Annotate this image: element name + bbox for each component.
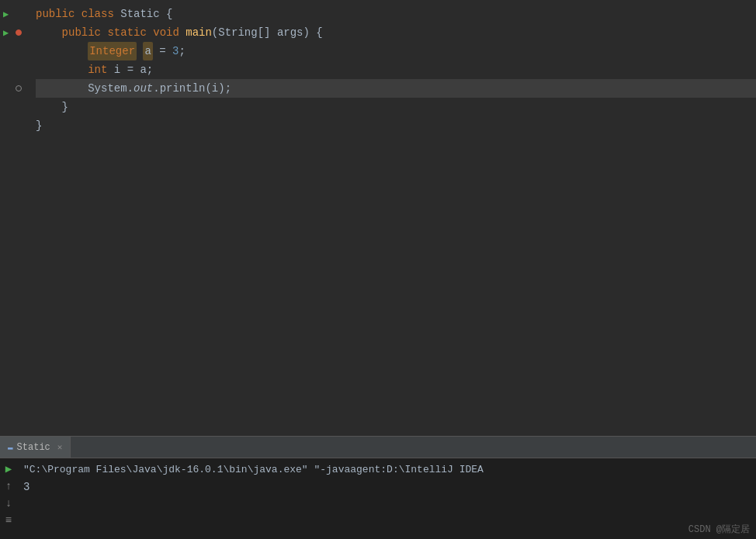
paren-open: ( bbox=[212, 23, 218, 42]
code-content: public class Static { public static void… bbox=[29, 0, 756, 436]
console-area: ▶ ↑ ↓ ≡ "C:\Program Files\Java\jdk-16.0.… bbox=[0, 458, 756, 539]
semi-3: ; bbox=[179, 42, 185, 60]
gutter-row-7 bbox=[0, 116, 29, 135]
editor-area: ▶ ▶ public class Static { public static … bbox=[0, 0, 756, 436]
brace-open-1: { bbox=[160, 5, 173, 23]
code-line-3: Integer a = 3; bbox=[36, 42, 756, 60]
space-3 bbox=[137, 42, 143, 60]
array-bracket: [] bbox=[258, 23, 271, 42]
indent-2 bbox=[36, 23, 62, 42]
gutter-row-1: ▶ bbox=[0, 5, 29, 23]
code-line-1: public class Static { bbox=[36, 5, 756, 23]
console-controls: ▶ ↑ ↓ ≡ bbox=[0, 458, 17, 539]
tab-icon: ▬ bbox=[8, 443, 13, 452]
var-i: i = a; bbox=[107, 60, 153, 79]
tab-label: Static bbox=[17, 442, 50, 453]
keyword-int: int bbox=[88, 60, 107, 79]
literal-3: 3 bbox=[172, 42, 179, 60]
console-run-btn[interactable]: ▶ bbox=[5, 461, 12, 477]
console-output-text: 3 bbox=[23, 481, 29, 493]
code-line-7: } bbox=[36, 116, 756, 135]
gutter-row-3 bbox=[0, 42, 29, 60]
watermark-text: CSDN @隔定居 bbox=[688, 524, 750, 535]
code-line-2: public static void main(String[] args) { bbox=[36, 23, 756, 42]
console-content: "C:\Program Files\Java\jdk-16.0.1\bin\ja… bbox=[17, 458, 756, 499]
code-line-6: } bbox=[36, 98, 756, 116]
console-inner: "C:\Program Files\Java\jdk-16.0.1\bin\ja… bbox=[17, 458, 756, 499]
gutter-row-2: ▶ bbox=[0, 23, 29, 42]
console-output-line: 3 bbox=[23, 479, 750, 496]
keyword-class: class bbox=[81, 5, 120, 23]
tab-bar: ▬ Static ✕ bbox=[0, 436, 756, 458]
brace-close-inner: } bbox=[36, 98, 68, 116]
keyword-void: void bbox=[153, 23, 186, 42]
console-command-text: "C:\Program Files\Java\jdk-16.0.1\bin\ja… bbox=[23, 464, 484, 475]
type-integer: Integer bbox=[88, 42, 137, 60]
assign-3: = bbox=[153, 42, 172, 60]
indent-4 bbox=[36, 60, 88, 79]
keyword-public-1: public bbox=[36, 5, 81, 23]
gutter: ▶ ▶ bbox=[0, 0, 29, 436]
var-a: a bbox=[143, 42, 152, 60]
gutter-row-5 bbox=[0, 79, 29, 98]
keyword-public-2: public bbox=[62, 23, 108, 42]
brace-close-outer: } bbox=[36, 116, 42, 135]
run-arrow-1[interactable]: ▶ bbox=[3, 9, 9, 20]
tab-close-button[interactable]: ✕ bbox=[57, 442, 63, 452]
indent-3 bbox=[36, 42, 88, 60]
classname-static: Static bbox=[120, 5, 159, 23]
println: .println(i); bbox=[153, 79, 231, 98]
indent-5: System. bbox=[36, 79, 134, 98]
param-args: args) { bbox=[271, 23, 323, 42]
param-string: String bbox=[218, 23, 257, 42]
breakpoint-5[interactable] bbox=[16, 85, 22, 92]
gutter-row-6 bbox=[0, 98, 29, 116]
breakpoint-2[interactable] bbox=[16, 29, 22, 36]
run-arrow-2[interactable]: ▶ bbox=[3, 27, 9, 39]
watermark: CSDN @隔定居 bbox=[688, 523, 750, 536]
console-command-line: "C:\Program Files\Java\jdk-16.0.1\bin\ja… bbox=[23, 461, 750, 479]
code-line-4: int i = a; bbox=[36, 60, 756, 79]
code-line-5: System.out.println(i); bbox=[36, 79, 756, 98]
keyword-static: static bbox=[107, 23, 153, 42]
gutter-row-4 bbox=[0, 60, 29, 79]
console-menu-btn[interactable]: ≡ bbox=[5, 513, 12, 528]
method-main: main bbox=[186, 23, 212, 42]
tab-static[interactable]: ▬ Static ✕ bbox=[0, 437, 71, 458]
console-up-btn[interactable]: ↑ bbox=[5, 479, 12, 494]
field-out: out bbox=[134, 79, 153, 98]
console-down-btn[interactable]: ↓ bbox=[5, 496, 12, 511]
